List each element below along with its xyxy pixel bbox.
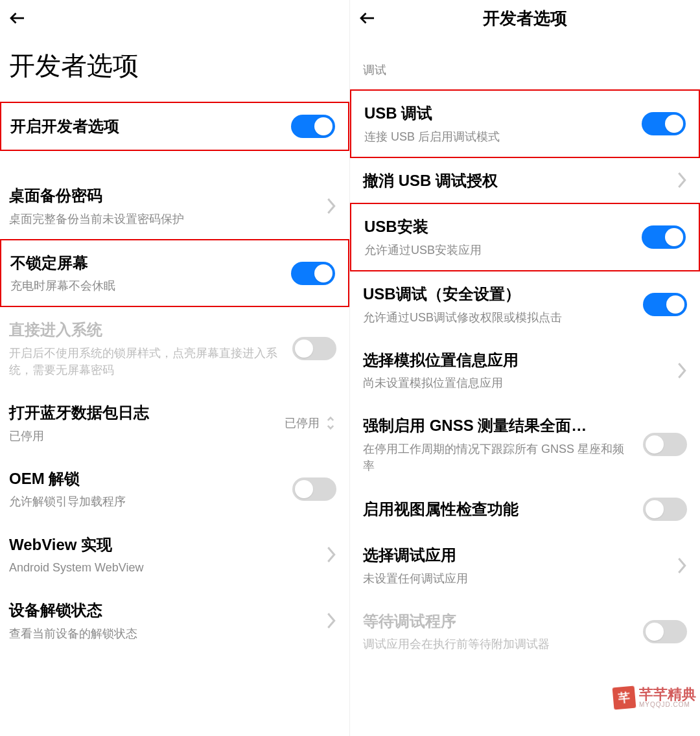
watermark: 芊 芊芊精典 MYQQJD.COM	[613, 687, 696, 709]
settings-item[interactable]: 桌面备份密码桌面完整备份当前未设置密码保护	[0, 173, 349, 239]
item-subtitle: 尚未设置模拟位置信息应用	[363, 374, 669, 391]
item-title: WebView 实现	[9, 534, 318, 556]
item-title: 选择模拟位置信息应用	[363, 349, 669, 371]
item-subtitle: Android System WebView	[9, 559, 318, 576]
section-header: 调试	[350, 36, 700, 89]
settings-item[interactable]: 撤消 USB 调试授权	[350, 158, 700, 203]
sort-icon	[325, 414, 336, 432]
item-subtitle: 充电时屏幕不会休眠	[10, 277, 283, 294]
header-title: 开发者选项	[483, 7, 567, 30]
item-title: USB调试（安全设置）	[363, 283, 635, 305]
settings-item[interactable]: 选择调试应用未设置任何调试应用	[350, 533, 700, 599]
settings-item[interactable]: 设备解锁状态查看当前设备的解锁状态	[0, 588, 349, 654]
chevron-right-icon	[677, 171, 687, 189]
item-title: 强制启用 GNSS 测量结果全面…	[363, 415, 635, 437]
item-subtitle: 允许通过USB调试修改权限或模拟点击	[363, 309, 635, 326]
settings-item[interactable]: OEM 解锁允许解锁引导加载程序	[0, 456, 349, 522]
item-title: 直接进入系统	[9, 319, 285, 341]
page-title: 开发者选项	[0, 36, 349, 102]
chevron-right-icon	[326, 612, 336, 630]
settings-item[interactable]: 启用视图属性检查功能	[350, 486, 700, 533]
item-subtitle: 调试应用会在执行前等待附加调试器	[363, 636, 635, 652]
settings-item[interactable]: WebView 实现Android System WebView	[0, 522, 349, 588]
toggle[interactable]	[642, 112, 686, 135]
item-title: 打开蓝牙数据包日志	[9, 402, 277, 424]
settings-item[interactable]: 等待调试程序调试应用会在执行前等待附加调试器	[350, 599, 700, 665]
settings-item[interactable]: 开启开发者选项	[0, 102, 349, 151]
settings-item[interactable]: USB安装允许通过USB安装应用	[350, 203, 700, 271]
settings-item[interactable]: 强制启用 GNSS 测量结果全面…在停用工作周期的情况下跟踪所有 GNSS 星座…	[350, 403, 700, 486]
item-subtitle: 桌面完整备份当前未设置密码保护	[9, 211, 318, 227]
item-title: 设备解锁状态	[9, 599, 318, 621]
settings-item[interactable]: 打开蓝牙数据包日志已停用已停用	[0, 390, 349, 456]
item-subtitle: 未设置任何调试应用	[363, 570, 669, 587]
item-subtitle: 已停用	[9, 428, 277, 444]
item-title: USB 调试	[364, 102, 634, 124]
toggle[interactable]	[291, 262, 335, 285]
item-subtitle: 查看当前设备的解锁状态	[9, 625, 318, 642]
item-subtitle: 允许通过USB安装应用	[364, 242, 634, 259]
chevron-right-icon	[326, 546, 336, 564]
chevron-right-icon	[677, 557, 687, 575]
toggle[interactable]	[291, 115, 335, 138]
back-icon[interactable]	[8, 8, 27, 28]
item-title: 等待调试程序	[363, 610, 635, 632]
item-title: 桌面备份密码	[9, 185, 318, 207]
toggle[interactable]	[292, 477, 336, 501]
chevron-right-icon	[326, 197, 336, 215]
settings-item[interactable]: USB 调试连接 USB 后启用调试模式	[350, 89, 700, 158]
item-title: 开启开发者选项	[10, 115, 283, 137]
item-title: USB安装	[364, 216, 634, 238]
toggle[interactable]	[643, 620, 687, 643]
item-title: 选择调试应用	[363, 544, 669, 566]
settings-item[interactable]: USB调试（安全设置）允许通过USB调试修改权限或模拟点击	[350, 271, 700, 338]
settings-item[interactable]: 选择模拟位置信息应用尚未设置模拟位置信息应用	[350, 338, 700, 404]
toggle[interactable]	[643, 433, 687, 456]
back-icon[interactable]	[358, 8, 377, 28]
chevron-right-icon	[677, 362, 687, 380]
settings-item[interactable]: 直接进入系统开启后不使用系统的锁屏样式，点亮屏幕直接进入系统，需要无屏幕密码	[0, 307, 349, 390]
toggle[interactable]	[292, 337, 336, 360]
toggle[interactable]	[643, 293, 687, 316]
item-title: OEM 解锁	[9, 468, 285, 490]
settings-item[interactable]: 不锁定屏幕充电时屏幕不会休眠	[0, 239, 349, 308]
item-subtitle: 在停用工作周期的情况下跟踪所有 GNSS 星座和频率	[363, 441, 635, 474]
item-subtitle: 允许解锁引导加载程序	[9, 493, 285, 510]
toggle[interactable]	[642, 225, 686, 249]
item-title: 启用视图属性检查功能	[363, 498, 635, 520]
status-value[interactable]: 已停用	[285, 414, 336, 432]
item-title: 不锁定屏幕	[10, 252, 283, 274]
item-subtitle: 连接 USB 后启用调试模式	[364, 128, 634, 145]
item-subtitle: 开启后不使用系统的锁屏样式，点亮屏幕直接进入系统，需要无屏幕密码	[9, 345, 285, 378]
toggle[interactable]	[643, 498, 687, 521]
item-title: 撤消 USB 调试授权	[363, 170, 669, 192]
